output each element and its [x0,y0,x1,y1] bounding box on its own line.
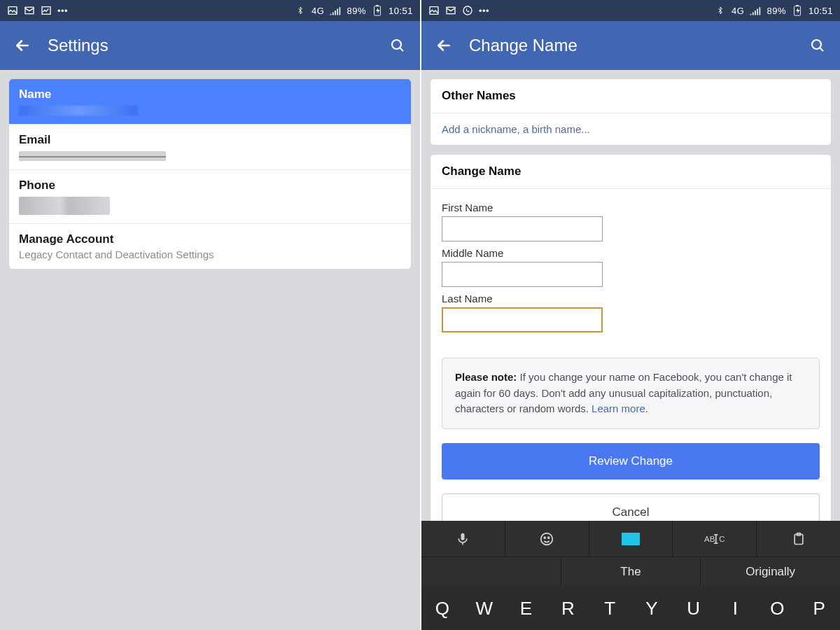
learn-more-link[interactable]: Learn more [592,402,645,414]
cancel-button[interactable]: Cancel [442,493,820,522]
name-change-note: Please note: If you change your name on … [442,358,820,429]
page-title: Change Name [469,36,792,55]
key-o[interactable]: O [756,587,798,630]
settings-row-email[interactable]: Email [9,125,411,170]
signal-icon [750,5,761,16]
svg-rect-24 [626,540,636,542]
svg-line-13 [820,48,823,51]
phone-settings: ••• 4G 89% 10:51 Settings [0,0,420,630]
last-name-label: Last Name [442,293,820,304]
other-names-card: Other Names Add a nickname, a birth name… [430,78,832,146]
svg-point-16 [541,533,553,545]
redacted-value [19,197,110,215]
suggestion[interactable] [421,557,561,587]
status-bar: ••• 4G 89% 10:51 [0,0,420,21]
row-label: Manage Account [19,232,401,246]
note-prefix: Please note: [455,371,517,383]
other-names-header: Other Names [430,79,831,113]
svg-point-17 [545,537,546,538]
phone-change-name: ••• 4G 89% 10:51 Change Name [420,0,840,630]
name-form: First Name Middle Name Last Name [430,189,831,345]
suggestion[interactable]: Originally [701,557,840,587]
svg-line-6 [400,48,403,51]
key-u[interactable]: U [673,587,715,630]
signal-icon [330,5,341,16]
app-bar: Change Name [421,21,840,70]
key-p[interactable]: P [798,587,840,630]
more-icon: ••• [57,6,68,16]
svg-rect-2 [42,7,50,15]
keyboard-type-icon[interactable] [589,521,673,556]
text-correct-icon[interactable]: ABC [673,521,757,556]
change-name-content: Other Names Add a nickname, a birth name… [421,70,840,521]
back-icon[interactable] [434,36,454,55]
change-name-header: Change Name [430,155,831,189]
status-bar: ••• 4G 89% 10:51 [421,0,840,21]
key-i[interactable]: I [715,587,757,630]
mic-icon[interactable] [421,521,505,556]
redacted-value [19,151,166,161]
add-nickname-link[interactable]: Add a nickname, a birth name... [430,113,831,145]
row-sublabel: Legacy Contact and Deactivation Settings [19,248,401,260]
svg-text:C: C [719,535,724,543]
back-icon[interactable] [13,36,32,55]
suggestion[interactable]: The [561,557,701,587]
bluetooth-icon [295,5,306,16]
page-title: Settings [48,36,372,55]
svg-rect-14 [461,533,465,540]
redacted-value [19,106,138,115]
bluetooth-icon [715,5,726,16]
whatsapp-icon [462,5,473,16]
first-name-label: First Name [442,202,820,214]
key-w[interactable]: W [463,587,505,630]
mail-icon [24,5,35,16]
battery-label: 89% [766,6,786,16]
middle-name-input[interactable] [442,262,603,287]
svg-rect-21 [627,536,629,538]
clipboard-icon[interactable] [757,521,840,556]
svg-point-18 [548,537,550,538]
svg-rect-20 [624,536,626,538]
app-bar: Settings [0,21,420,70]
settings-row-name[interactable]: Name [9,79,411,125]
battery-label: 89% [346,6,366,16]
mail-icon [445,5,456,16]
svg-rect-4 [376,5,379,6]
svg-point-9 [463,6,472,15]
soft-keyboard: ABC The Originally Q W E R T Y U I O P [421,521,840,630]
search-icon[interactable] [388,36,407,55]
keyboard-row: Q W E R T Y U I O P [421,587,840,630]
svg-rect-11 [796,5,799,6]
clock-label: 10:51 [808,6,833,16]
image-icon [428,5,440,16]
keyboard-suggestions: The Originally [421,557,840,587]
last-name-input[interactable] [442,307,603,332]
key-q[interactable]: Q [421,587,463,630]
settings-list: Name Email Phone Manage Account Legacy C… [0,70,420,630]
settings-row-phone[interactable]: Phone [9,170,411,224]
svg-point-5 [392,40,401,49]
first-name-input[interactable] [442,216,603,241]
settings-row-manage-account[interactable]: Manage Account Legacy Contact and Deacti… [9,224,411,269]
svg-point-12 [812,40,821,49]
network-label: 4G [312,6,324,16]
key-e[interactable]: E [505,587,547,630]
review-change-button[interactable]: Review Change [442,443,820,479]
image-icon [7,5,18,16]
key-y[interactable]: Y [631,587,673,630]
chart-icon [41,5,52,16]
svg-text:AB: AB [704,535,715,543]
key-t[interactable]: T [589,587,631,630]
search-icon[interactable] [808,36,827,55]
emoji-icon[interactable] [505,521,589,556]
network-label: 4G [732,6,744,16]
more-icon: ••• [479,6,489,16]
settings-card: Name Email Phone Manage Account Legacy C… [8,78,412,270]
clock-label: 10:51 [388,6,413,16]
change-name-card: Change Name First Name Middle Name Last … [430,154,832,521]
middle-name-label: Middle Name [442,247,820,259]
row-label: Phone [19,178,401,192]
battery-charging-icon [792,5,803,16]
key-r[interactable]: R [547,587,589,630]
battery-charging-icon [372,5,383,16]
